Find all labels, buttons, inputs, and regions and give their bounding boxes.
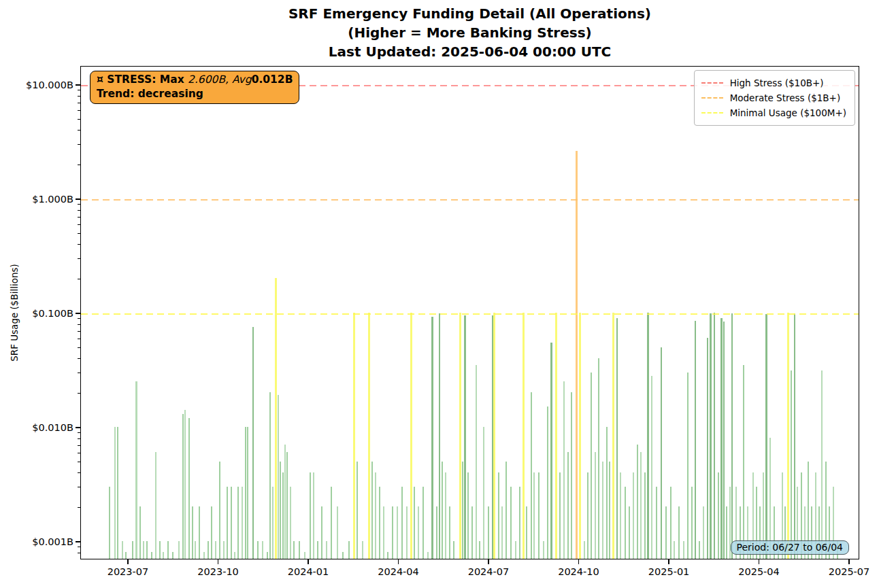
bar [427, 552, 429, 559]
legend-item-minimal-usage: Minimal Usage ($100M+) [701, 105, 846, 120]
bar [647, 313, 649, 559]
y-tick-label: $0.100B [5, 307, 73, 320]
bar [519, 487, 520, 559]
title-line-2: (Higher = More Banking Stress) [80, 23, 859, 42]
bar [625, 487, 626, 559]
bar [609, 462, 610, 559]
bar [139, 506, 141, 559]
bar [620, 472, 621, 559]
bar [492, 315, 493, 559]
period-badge: Period: 06/27 to 06/04 [731, 540, 849, 555]
bar [267, 552, 268, 559]
bar [442, 462, 443, 559]
bar [629, 506, 630, 559]
bar [356, 462, 358, 559]
x-tick-mark [218, 559, 219, 564]
bar [245, 427, 246, 559]
bar [726, 506, 727, 559]
bar [418, 506, 419, 559]
bar [362, 541, 363, 559]
x-tick-label: 2024-04 [368, 566, 429, 577]
bar [257, 541, 259, 559]
bar [584, 541, 585, 559]
bar [695, 321, 696, 559]
bar [182, 414, 184, 559]
bar [321, 506, 322, 559]
bar [483, 427, 484, 559]
bar [555, 313, 557, 559]
bar [282, 472, 284, 559]
bar [723, 322, 725, 559]
bar [313, 472, 314, 559]
bar [598, 358, 599, 559]
stress-avg-value: 0.012B [252, 73, 293, 86]
bar [821, 370, 823, 559]
title-line-3: Last Updated: 2025-06-04 00:00 UTC [80, 42, 859, 61]
bar [523, 313, 525, 559]
x-tick-label: 2023-10 [188, 566, 249, 577]
bar [122, 541, 123, 559]
bar [718, 472, 719, 559]
bar [488, 506, 489, 559]
bar [633, 472, 634, 559]
bar [125, 552, 127, 559]
bar [791, 370, 792, 559]
x-tick-label: 2025-07 [818, 566, 879, 577]
figure-title: SRF Emergency Funding Detail (All Operat… [80, 4, 859, 61]
bar [375, 472, 376, 559]
bar [337, 506, 338, 559]
x-tick-label: 2023-07 [97, 566, 159, 577]
y-tick-mark [76, 198, 80, 200]
x-tick-label: 2025-04 [729, 566, 790, 577]
y-tick-mark [76, 84, 80, 86]
bar [215, 541, 216, 559]
y-tick-label: $0.010B [5, 421, 73, 434]
bar [445, 472, 446, 559]
x-tick-mark [308, 559, 309, 564]
bar [765, 314, 767, 559]
bar [132, 541, 133, 559]
bar [280, 462, 281, 559]
bar [401, 487, 403, 559]
bar [591, 373, 592, 559]
x-tick-mark [127, 559, 129, 564]
bar [543, 541, 544, 559]
bar [310, 472, 311, 559]
bar [538, 472, 540, 559]
bar [637, 445, 638, 559]
x-tick-label: 2024-10 [548, 566, 609, 577]
bar [651, 376, 652, 559]
legend-label: Minimal Usage ($100M+) [730, 107, 846, 118]
bar [414, 487, 415, 559]
bar [293, 541, 295, 559]
bar [714, 313, 715, 559]
bar [342, 552, 344, 559]
x-tick-label: 2024-07 [458, 566, 519, 577]
bar [167, 541, 169, 559]
bar [743, 365, 744, 559]
bar [699, 541, 700, 559]
bar [151, 552, 152, 559]
bar [505, 462, 507, 559]
bar [453, 541, 454, 559]
bar [242, 487, 243, 559]
bar [422, 487, 424, 559]
x-tick-mark [578, 559, 580, 564]
bar [464, 315, 466, 559]
dashed-line-swatch-icon [701, 112, 723, 114]
bar [526, 506, 527, 559]
bar [531, 392, 532, 559]
bar [163, 552, 164, 559]
bar [155, 452, 156, 559]
bar [143, 541, 144, 559]
bar [211, 506, 212, 559]
bar [571, 392, 572, 559]
bar [683, 541, 684, 559]
bar [661, 347, 662, 559]
bar [184, 410, 186, 559]
x-tick-label: 2025-01 [638, 566, 699, 577]
currency-icon: ¤ [97, 73, 103, 86]
bar [665, 506, 667, 559]
bar [178, 541, 180, 559]
bar [397, 506, 398, 559]
